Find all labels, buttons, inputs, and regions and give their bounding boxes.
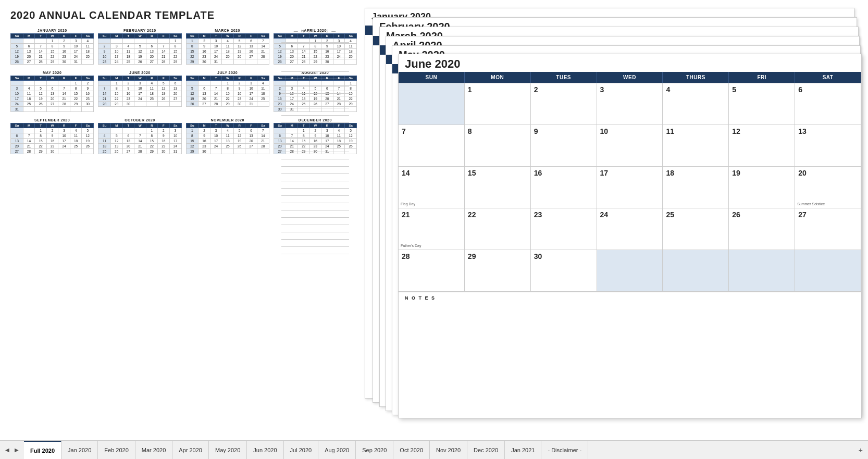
mini-month: NOVEMBER 2020SuMTWRFSa123456789101112131… [186,118,269,154]
sheet-tab[interactable]: Full 2020 [24,441,61,459]
sheet-tab[interactable]: Mar 2020 [135,441,172,459]
sheet-tab[interactable]: Sep 2020 [356,441,393,459]
sheet-tab[interactable]: May 2020 [209,441,247,459]
june-cell: 21Father's Day [399,208,465,250]
sheet-tab[interactable]: Nov 2020 [430,441,467,459]
june-cell: 23 [531,208,597,250]
notes-section: — N O T E S — [281,29,349,254]
june-cell: 2 [531,83,597,125]
june-cell [729,250,795,292]
june-cell: 13 [795,125,861,167]
notes-line [281,174,349,181]
notes-line [281,232,349,240]
june-cell: 28 [399,250,465,292]
june-cell: 6 [795,83,861,125]
notes-line [281,130,349,138]
sheet-tab[interactable]: Jun 2020 [247,441,283,459]
mini-month-title: FEBRUARY 2020 [98,29,181,32]
mini-month: MAY 2020SuMTWRFSa12345678910111213141516… [10,71,94,112]
notes-title: — N O T E S — [281,29,349,33]
notes-line [281,225,349,232]
mini-month-title: NOVEMBER 2020 [186,118,269,122]
cell-note: Summer Solstice [797,202,825,206]
notes-line [281,196,349,203]
june-cell: 20Summer Solstice [795,167,861,208]
june-cell: 19 [729,167,795,208]
sheet-tab[interactable]: Aug 2020 [318,441,356,459]
june-cell: 17 [597,167,663,208]
sheet-tab[interactable]: Jul 2020 [284,441,319,459]
june-cell: 16 [531,167,597,208]
mini-month: JUNE 2020SuMTWRFSa1234567891011121314151… [98,71,181,112]
sheet-tab[interactable]: Dec 2020 [467,441,505,459]
mini-month-title: JUNE 2020 [98,71,181,75]
notes-line [281,43,349,50]
june-notes-label: N O T E S [405,295,855,301]
june-cell: 7 [399,125,465,167]
cell-note: Father's Day [401,244,421,247]
notes-line [281,72,349,79]
notes-line [281,167,349,174]
june-cell: 1 [465,83,531,125]
june-col-header: SUNMONTUESWEDTHURSFRISAT [399,72,861,83]
mini-month: FEBRUARY 2020SuMTWRFSa123456789101112131… [98,29,181,65]
notes-line [281,94,349,101]
notes-line [281,57,349,65]
june-cell: 5 [729,83,795,125]
june-cell: 9 [531,125,597,167]
mini-month-title: MARCH 2020 [186,29,269,32]
notes-line [281,101,349,108]
june-cell: 24 [597,208,663,250]
cell-note: Flag Day [401,202,415,206]
june-cell [597,250,663,292]
page-title: 2020 ANNUAL CALENDAR TEMPLATE [10,9,215,21]
june-cell: 27 [795,208,861,250]
notes-line [281,181,349,189]
june-cell: 15 [465,167,531,208]
june-cell: 22 [465,208,531,250]
stack-june-full: June 2020 SUNMONTUESWEDTHURSFRISAT 12345… [398,54,862,418]
notes-line [281,138,349,145]
notes-line [281,145,349,152]
tab-bar: ◀ ▶ Full 2020Jan 2020Feb 2020Mar 2020Apr… [0,440,868,459]
tab-scroll-right[interactable]: ▶ [13,446,21,454]
june-cell: 14Flag Day [399,167,465,208]
mini-month-title: MAY 2020 [10,71,94,75]
sheet-tab[interactable]: Jan 2020 [61,441,98,459]
notes-line [281,79,349,86]
notes-line [281,50,349,57]
june-grid: 1234567891011121314Flag Day151617181920S… [399,83,861,292]
tab-add-button[interactable]: + [853,441,868,459]
june-cell: 12 [729,125,795,167]
june-cell: 25 [663,208,729,250]
notes-line [281,152,349,159]
mini-month: MARCH 2020SuMTWRFSa123456789101112131415… [186,29,269,65]
notes-line [281,210,349,218]
notes-line [281,35,349,43]
notes-line [281,65,349,72]
june-cell: 26 [729,208,795,250]
notes-line [281,108,349,116]
stacked-calendars: January 2020 SUNMON TUESWED THURSFRI SAT… [365,8,860,425]
sheet-tab[interactable]: Apr 2020 [172,441,209,459]
june-cell: 30 [531,250,597,292]
sheet-tab[interactable]: Oct 2020 [393,441,430,459]
june-cell: 10 [597,125,663,167]
mini-month: JANUARY 2020SuMTWRFSa1234567891011121314… [10,29,94,65]
june-notes-row: N O T E S [399,292,861,318]
sheet-tab[interactable]: Jan 2021 [505,441,541,459]
june-cell: 4 [663,83,729,125]
june-cell: 29 [465,250,531,292]
tabs-container: Full 2020Jan 2020Feb 2020Mar 2020Apr 202… [24,441,853,459]
notes-line [281,159,349,167]
sheet-tab[interactable]: Feb 2020 [98,441,135,459]
june-cell: 8 [465,125,531,167]
notes-line [281,240,349,247]
mini-month-title: OCTOBER 2020 [98,118,181,122]
mini-month: JULY 2020SuMTWRFSa1234567891011121314151… [186,71,269,112]
main-content: 2020 ANNUAL CALENDAR TEMPLATE JANUARY 20… [0,0,868,440]
notes-line [281,218,349,225]
sheet-tab[interactable]: - Disclaimer - [541,441,588,459]
tab-scroll-left[interactable]: ◀ [3,446,11,454]
june-cell: 3 [597,83,663,125]
